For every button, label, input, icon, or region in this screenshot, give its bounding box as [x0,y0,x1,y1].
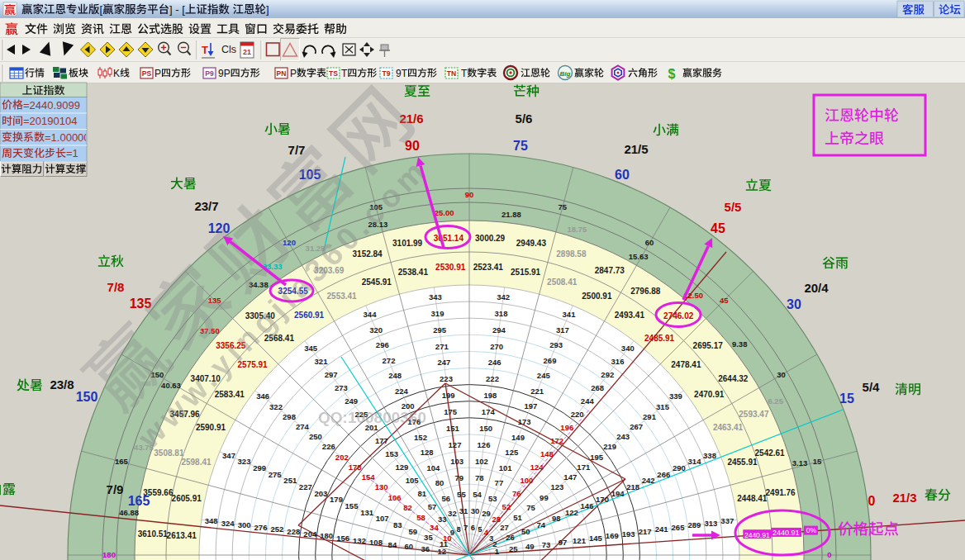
svg-text:30: 30 [777,370,786,379]
svg-text:=2440.9099: =2440.9099 [23,99,80,112]
svg-text:84: 84 [388,540,397,549]
svg-text:33: 33 [438,515,447,524]
svg-text:125: 125 [505,448,519,457]
svg-text:323: 323 [238,457,251,466]
svg-text:324: 324 [221,519,235,528]
svg-text:203: 203 [314,489,327,498]
svg-text:2545.91: 2545.91 [362,278,392,287]
svg-text:[: [ [100,3,103,16]
svg-text:228: 228 [287,527,300,536]
svg-text:3101.99: 3101.99 [392,239,423,248]
svg-text:2485.91: 2485.91 [644,334,675,343]
svg-text:75: 75 [526,503,535,512]
svg-text:0: 0 [868,494,876,508]
svg-text:106: 106 [388,493,402,502]
svg-text:2613.41: 2613.41 [167,531,197,540]
svg-text:321: 321 [315,357,329,366]
svg-text:35: 35 [424,533,433,542]
svg-text:300: 300 [238,520,251,529]
svg-text:82: 82 [403,503,412,512]
svg-text:46.88: 46.88 [119,508,139,517]
svg-text:]: ] [266,3,269,16]
svg-text:124: 124 [530,463,544,472]
svg-text:12: 12 [437,547,446,556]
svg-text:2590.91: 2590.91 [196,423,226,432]
svg-text:132: 132 [353,536,366,545]
svg-text:78: 78 [475,473,484,482]
svg-text:244: 244 [581,396,595,406]
svg-text:102: 102 [475,457,488,466]
svg-text:5: 5 [478,524,483,534]
svg-text:2530.91: 2530.91 [435,263,466,272]
svg-text:322: 322 [269,402,283,411]
svg-text:2440.91: 2440.91 [744,531,770,539]
svg-text:2478.41: 2478.41 [671,360,701,369]
svg-text:23/7: 23/7 [194,199,218,213]
svg-text:2538.41: 2538.41 [398,268,429,277]
svg-text:97: 97 [559,538,568,547]
svg-text:2644.32: 2644.32 [718,374,749,383]
svg-text:$: $ [668,67,676,81]
svg-text:180: 180 [102,550,116,559]
svg-text:51: 51 [513,513,522,522]
svg-text:275: 275 [269,470,283,479]
svg-text:348: 348 [205,516,218,525]
svg-text:2598.41: 2598.41 [181,458,212,467]
svg-text:266: 266 [657,470,670,479]
svg-text:30: 30 [471,506,480,515]
svg-text:2493.41: 2493.41 [615,311,645,320]
svg-text:150: 150 [76,390,98,404]
svg-text:197: 197 [524,401,537,411]
svg-text:58: 58 [416,513,425,522]
svg-text:151: 151 [446,424,460,433]
svg-text:121: 121 [573,536,587,545]
svg-text:Big: Big [560,70,571,78]
svg-text:319: 319 [431,309,444,318]
svg-text:P9: P9 [205,69,214,78]
svg-text:23/8: 23/8 [50,377,74,392]
svg-text:2470.91: 2470.91 [694,390,725,399]
svg-text:2746.02: 2746.02 [663,311,694,320]
svg-text:34: 34 [430,523,439,532]
svg-text:193: 193 [622,529,635,539]
svg-text:0%: 0% [806,526,817,534]
svg-text:315: 315 [656,402,670,411]
svg-text:60: 60 [615,168,630,182]
svg-text:7/9: 7/9 [107,482,124,496]
svg-text:27: 27 [500,523,509,532]
svg-text:219: 219 [603,442,616,451]
svg-text:155: 155 [345,501,359,510]
svg-text:224: 224 [395,387,409,396]
svg-text:101: 101 [499,463,513,472]
svg-text:2949.43: 2949.43 [516,239,547,248]
svg-text:120: 120 [283,238,296,247]
svg-text:T: T [341,68,348,79]
svg-text:103: 103 [450,457,463,466]
svg-text:337: 337 [720,516,734,525]
svg-text:75: 75 [559,202,568,211]
svg-text:153: 153 [385,449,398,458]
svg-text:314: 314 [688,457,702,466]
svg-text:8: 8 [456,524,460,534]
svg-text:100: 100 [520,476,533,485]
svg-text:2847.73: 2847.73 [595,266,625,275]
svg-text:204: 204 [303,529,317,539]
svg-text:25: 25 [509,544,518,553]
svg-text:54: 54 [473,490,482,499]
svg-text:296: 296 [376,340,389,349]
svg-text:TN: TN [447,69,456,78]
svg-text:202: 202 [335,453,349,462]
svg-text:152: 152 [414,433,427,442]
svg-text:73: 73 [542,540,551,549]
svg-text:Cls: Cls [221,44,236,55]
svg-text:320: 320 [369,325,383,335]
svg-text:318: 318 [495,309,508,318]
svg-text:59: 59 [409,527,418,536]
svg-text:21/3: 21/3 [892,491,916,505]
svg-text:251: 251 [283,476,297,485]
svg-text:3: 3 [489,534,493,543]
svg-text:9.38: 9.38 [732,339,748,349]
svg-text:339: 339 [669,392,682,401]
svg-text:150: 150 [479,424,492,433]
svg-text:316: 316 [611,357,625,366]
